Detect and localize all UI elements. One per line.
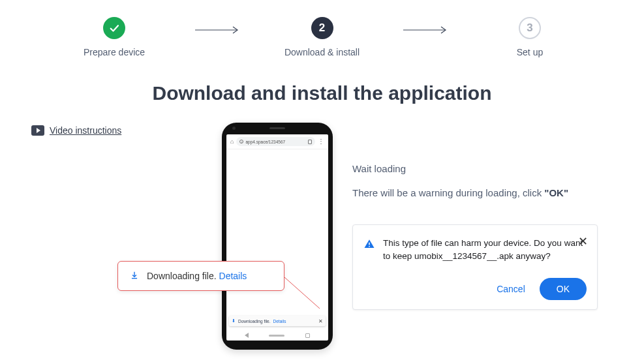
recent-nav-icon xyxy=(305,333,310,338)
step-label: Prepare device xyxy=(84,47,145,57)
arrow-right-icon xyxy=(365,17,488,34)
step-set-up[interactable]: 3 Set up xyxy=(487,17,572,57)
arrow-right-icon xyxy=(157,17,280,34)
svg-rect-5 xyxy=(369,246,370,247)
step-label: Set up xyxy=(517,47,543,57)
check-icon xyxy=(103,17,125,39)
step-download-install[interactable]: 2 Download & install xyxy=(280,17,365,57)
video-instructions-label: Video instructions xyxy=(50,125,121,136)
warning-dialog: This type of file can harm your device. … xyxy=(352,224,598,310)
instruction-line-2: There will be a warning during loading, … xyxy=(352,186,600,201)
instruction-text: Wait loading There will be a warning dur… xyxy=(352,162,600,200)
dialog-close-button[interactable]: ✕ xyxy=(578,234,588,249)
phone-speaker xyxy=(269,127,285,129)
callout-details-link: Details xyxy=(219,271,247,281)
phone-mockup: ⌂ i app4.space/1234567 ⋮ ⬇ Downloading f… xyxy=(222,123,333,350)
phone-nav-bar xyxy=(226,333,328,338)
toast-text: Downloading file. xyxy=(238,319,271,324)
download-callout: Downloading file. Details xyxy=(117,261,284,291)
play-icon xyxy=(31,125,44,136)
close-icon: ✕ xyxy=(318,318,323,324)
page-icon xyxy=(308,140,312,144)
kebab-icon: ⋮ xyxy=(318,138,324,145)
dialog-message: This type of file can harm your device. … xyxy=(383,237,587,262)
url-input-display: i app4.space/1234567 xyxy=(236,137,315,146)
svg-rect-4 xyxy=(369,243,370,245)
toast-details: Details xyxy=(273,319,286,324)
step-prepare-device[interactable]: Prepare device xyxy=(72,17,157,57)
ok-button[interactable]: OK xyxy=(540,278,587,300)
url-text: app4.space/1234567 xyxy=(245,140,285,144)
home-icon: ⌂ xyxy=(230,138,234,145)
page-title: Download and install the application xyxy=(0,82,644,104)
home-nav-icon xyxy=(269,335,284,337)
dialog-actions: Cancel OK xyxy=(363,278,587,300)
info-icon: i xyxy=(239,140,243,144)
wizard-stepper: Prepare device 2 Download & install 3 Se… xyxy=(0,0,644,57)
download-icon xyxy=(130,271,139,282)
download-icon: ⬇ xyxy=(232,318,236,324)
step-number-current: 2 xyxy=(311,17,333,39)
phone-camera xyxy=(232,127,236,130)
video-instructions-link[interactable]: Video instructions xyxy=(31,125,121,136)
step-label: Download & install xyxy=(284,47,360,57)
step-number-pending: 3 xyxy=(519,17,541,39)
phone-screen: ⌂ i app4.space/1234567 ⋮ ⬇ Downloading f… xyxy=(226,134,328,341)
back-nav-icon xyxy=(245,333,249,338)
browser-url-bar: ⌂ i app4.space/1234567 ⋮ xyxy=(226,134,328,149)
warning-icon xyxy=(363,238,375,252)
instruction-line-1: Wait loading xyxy=(352,162,600,177)
cancel-button[interactable]: Cancel xyxy=(497,284,525,294)
callout-text: Downloading file. Details xyxy=(147,271,247,281)
download-toast: ⬇ Downloading file. Details ✕ xyxy=(229,316,326,326)
